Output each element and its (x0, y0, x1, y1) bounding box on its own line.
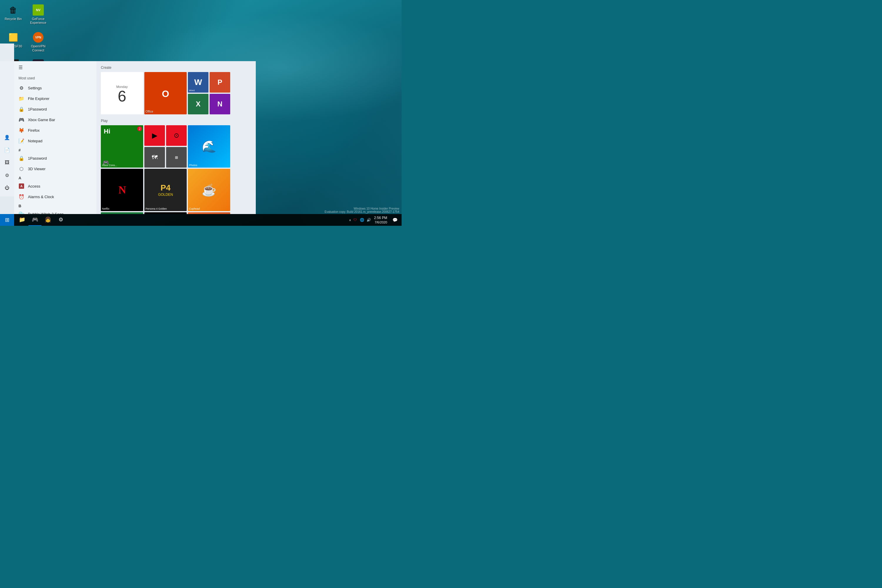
taskbar-settings-icon: ⚙ (58, 216, 63, 223)
3dviewer-icon: ⬡ (18, 166, 24, 172)
tile-calc2[interactable]: ⊞ (166, 147, 187, 168)
hamburger-icon: ☰ (18, 64, 22, 70)
app-list: ⚙ Settings 📁 File Explorer 🔒 1Password 🎮… (14, 82, 96, 214)
app-alarms-label: Alarms & Clock (28, 195, 54, 199)
taskbar-char-icon: 👧 (45, 216, 51, 223)
tray-antivirus-icon[interactable]: 🛡 (352, 217, 358, 223)
side-icons: 👤 📄 🖼 ⚙ ⏻ (0, 44, 14, 196)
taskbar-file-explorer[interactable]: 📁 (16, 214, 28, 226)
taskbar-game-char[interactable]: 👧 (42, 214, 54, 226)
file-explorer-icon: 📁 (18, 96, 24, 101)
most-used-header: Most used (14, 74, 96, 82)
tile-onenote[interactable]: N (210, 94, 230, 114)
play-header: Play (101, 119, 251, 123)
tile-photos[interactable]: 🌊 Photos (188, 125, 230, 168)
taskbar-tray: ∧ 🛡 🌐 🔊 2:56 PM 7/6/2020 💬 (346, 214, 402, 226)
app-1password-label: 1Password (28, 107, 47, 111)
start-menu: 👤 📄 🖼 ⚙ ⏻ ☰ Most used ⚙ Settings 📁 File … (0, 61, 256, 214)
start-button[interactable]: ⊞ (0, 214, 14, 226)
desktop-icon-geforce[interactable]: NV GeForceExperience (28, 3, 48, 26)
tile-xbox[interactable]: Hi 🎮 Xbox Cons... 2 (101, 125, 143, 168)
sn30-icon: 🟨 (8, 32, 19, 43)
tile-office[interactable]: O Office (144, 72, 187, 114)
side-icon-power[interactable]: ⏻ (2, 182, 13, 194)
tile-calendar[interactable]: Monday 6 (101, 72, 143, 114)
settings-icon: ⚙ (18, 85, 24, 91)
tile-persona[interactable]: P4 GOLDEN Persona 4 Golden (144, 169, 187, 211)
photos-label: Photos (189, 164, 197, 167)
desktop-icon-openvpn[interactable]: VPN OpenVPNConnect (28, 30, 48, 53)
openvpn-icon: VPN (32, 32, 44, 43)
word-label: Word (189, 89, 195, 92)
access-icon: A (18, 183, 24, 189)
start-left-panel: ☰ Most used ⚙ Settings 📁 File Explorer 🔒… (14, 61, 96, 214)
app-item-bubble-witch[interactable]: 🫧 Bubble Witch 3 Saga (14, 209, 96, 214)
tile-dolby[interactable]: DOLBYATMOS Dolby Atmos... (144, 212, 187, 214)
app-item-file-explorer[interactable]: 📁 File Explorer (14, 93, 96, 104)
xbox-badge: 2 (137, 126, 142, 131)
tile-calc-play[interactable]: 🗺 (144, 147, 165, 168)
app-item-1password[interactable]: 🔒 1Password (14, 104, 96, 114)
create-tiles-grid: Monday 6 O Office (101, 72, 251, 114)
tray-network-icon[interactable]: 🌐 (359, 217, 365, 223)
side-icon-documents[interactable]: 📄 (2, 144, 13, 156)
divider-a: A (14, 174, 96, 181)
clock-time: 2:56 PM (374, 216, 387, 220)
tile-groove[interactable]: ▶ (144, 125, 165, 146)
office-logo-icon: O (155, 83, 176, 104)
app-item-1password-2[interactable]: 🔒 1Password (14, 153, 96, 164)
create-header: Create (101, 66, 251, 70)
tile-powerpoint[interactable]: P (210, 72, 230, 93)
app-settings-label: Settings (28, 86, 42, 90)
app-item-3d-viewer[interactable]: ⬡ 3D Viewer (14, 164, 96, 174)
tile-cuphead[interactable]: ☕ Cuphead (188, 169, 230, 211)
xbox-tile-label: Xbox Cons... (102, 164, 117, 167)
tile-excel[interactable]: X (188, 94, 208, 114)
taskbar-file-explorer-icon: 📁 (19, 216, 25, 223)
tile-solitaire[interactable]: 🃏 Solitaire (101, 212, 143, 214)
play-section: Play Hi 🎮 Xbox Cons... 2 ▶ (101, 119, 251, 214)
side-icon-settings[interactable]: ⚙ (2, 170, 13, 181)
app-item-alarms[interactable]: ⏰ Alarms & Clock (14, 191, 96, 202)
firefox-icon: 🦊 (18, 127, 24, 133)
1password-icon: 🔒 (18, 106, 24, 112)
app-access-label: Access (28, 184, 40, 189)
app-firefox-label: Firefox (28, 128, 40, 133)
desktop-icon-recycle-bin[interactable]: 🗑 Recycle Bin (3, 3, 24, 26)
app-item-xbox-game-bar[interactable]: 🎮 Xbox Game Bar (14, 114, 96, 125)
office-tile-label: Office (146, 110, 153, 113)
app-item-firefox[interactable]: 🦊 Firefox (14, 125, 96, 135)
notification-button[interactable]: 💬 (390, 214, 400, 226)
side-icon-avatar[interactable]: 👤 (2, 132, 13, 143)
taskbar-settings[interactable]: ⚙ (54, 214, 68, 226)
taskbar-steam[interactable]: 🎮 (28, 214, 42, 226)
divider-hash: # (14, 146, 96, 153)
app-item-access[interactable]: A Access (14, 181, 96, 191)
tray-icons: 🛡 🌐 🔊 (352, 217, 372, 223)
desktop: 🗑 Recycle Bin NV GeForceExperience 🟨 SN3… (0, 0, 402, 226)
cuphead-label: Cuphead (189, 207, 200, 210)
office-apps-grid: W Word P X N (188, 72, 230, 114)
tile-word[interactable]: W Word (188, 72, 208, 93)
recycle-bin-label: Recycle Bin (5, 17, 22, 21)
tray-volume-icon[interactable]: 🔊 (366, 217, 372, 223)
app-3dviewer-label: 3D Viewer (28, 167, 46, 171)
taskbar-clock[interactable]: 2:56 PM 7/6/2020 (372, 216, 390, 224)
app-item-notepad[interactable]: 📝 Notepad (14, 135, 96, 146)
hamburger-button[interactable]: ☰ (14, 61, 96, 74)
tile-maps[interactable]: ⊙ (166, 125, 187, 146)
play-small-col2: ⊙ ⊞ (166, 125, 187, 168)
openvpn-label: OpenVPNConnect (31, 44, 46, 52)
xbox-icon: 🎮 (18, 117, 24, 123)
persona-label: Persona 4 Golden (146, 207, 167, 210)
side-icon-pictures[interactable]: 🖼 (2, 157, 13, 168)
tray-expand-button[interactable]: ∧ (348, 219, 352, 222)
tile-netflix[interactable]: N Netflix (101, 169, 143, 211)
app-item-settings[interactable]: ⚙ Settings (14, 82, 96, 93)
photos-inner: 🌊 (188, 125, 230, 168)
taskbar-items: 📁 🎮 👧 ⚙ (14, 214, 346, 226)
app-notepad-label: Notepad (28, 139, 42, 143)
tile-cooking[interactable]: 🍔 Cooking Fever (188, 212, 230, 214)
divider-b: B (14, 202, 96, 209)
taskbar-steam-icon: 🎮 (32, 216, 38, 223)
